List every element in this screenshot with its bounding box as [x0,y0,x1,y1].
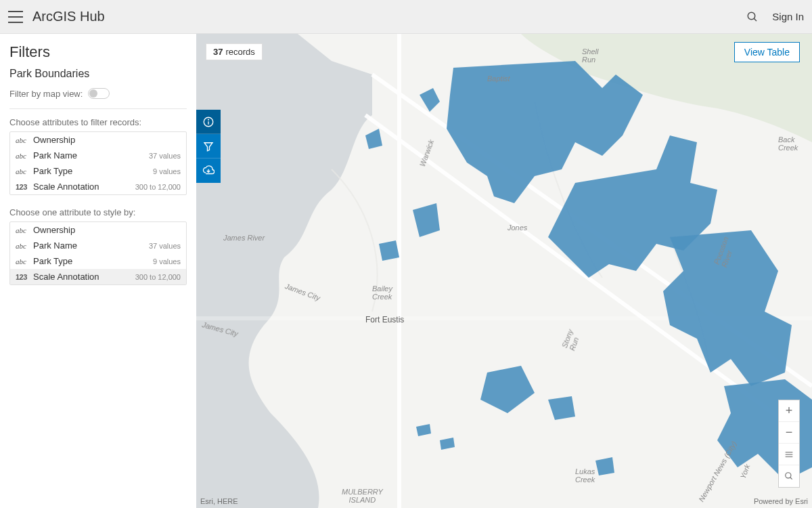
layer-heading: Park Boundaries [9,68,187,80]
attr-name: Park Name [33,240,149,251]
filter-attr-ownership[interactable]: abc Ownership [10,132,186,148]
attr-name: Park Name [33,150,149,161]
records-label: records [225,47,254,57]
records-badge: 37 records [206,43,263,60]
top-bar: ArcGIS Hub Sign In [0,0,812,34]
map-side-toolbar [196,110,221,183]
type-icon: abc [16,257,33,266]
type-icon: 123 [16,273,33,281]
layers-icon [784,449,794,460]
attr-meta: 300 to 12,000 [135,183,181,191]
svg-point-0 [748,12,756,20]
type-icon: 123 [16,183,33,191]
filter-section-label: Choose attributes to filter records: [9,117,187,127]
style-attr-parktype[interactable]: abc Park Type 9 values [10,253,186,269]
type-icon: abc [16,242,33,250]
map-search-button[interactable] [779,465,799,487]
attr-meta: 300 to 12,000 [135,273,181,281]
mapview-label: Filter by map view: [9,89,83,99]
svg-point-9 [786,473,791,478]
attr-name: Scale Annotation [33,182,135,192]
divider [9,108,187,109]
brand-title: ArcGIS Hub [32,9,105,24]
attr-meta: 37 values [149,152,181,160]
attr-meta: 37 values [149,242,181,250]
map-area[interactable]: 37 records View Table + − [196,34,812,508]
style-attr-list: abc Ownership abc Park Name 37 values ab… [9,221,187,285]
filter-attr-list: abc Ownership abc Park Name 37 values ab… [9,131,187,195]
attr-meta: 9 values [153,167,181,175]
svg-point-5 [208,119,209,120]
info-button[interactable] [196,110,221,134]
attr-name: Park Type [33,256,153,266]
filter-button[interactable] [196,134,221,158]
attr-meta: 9 values [153,257,181,266]
svg-line-1 [754,18,757,21]
view-table-button[interactable]: View Table [734,42,800,62]
filter-attr-scale[interactable]: 123 Scale Annotation 300 to 12,000 [10,179,186,194]
attr-name: Scale Annotation [33,272,135,282]
records-count: 37 [213,47,223,57]
style-attr-ownership[interactable]: abc Ownership [10,222,186,238]
attr-name: Ownership [33,225,181,235]
zoom-in-button[interactable]: + [779,400,799,422]
type-icon: abc [16,226,33,234]
attribution-left: Esri, HERE [200,497,238,505]
sign-in-link[interactable]: Sign In [772,11,804,22]
type-icon: abc [16,136,33,144]
menu-icon[interactable] [8,11,23,23]
zoom-out-button[interactable]: − [779,422,799,444]
info-icon [202,116,215,128]
filters-heading: Filters [9,43,187,61]
filter-attr-parkname[interactable]: abc Park Name 37 values [10,148,186,163]
attribution-right: Powered by Esri [754,497,808,505]
style-attr-scale[interactable]: 123 Scale Annotation 300 to 12,000 [10,269,186,284]
svg-line-10 [790,478,792,480]
map-controls: + − [778,400,800,488]
filter-attr-parktype[interactable]: abc Park Type 9 values [10,163,186,179]
search-icon [784,471,794,481]
download-button[interactable] [196,158,221,183]
type-icon: abc [16,152,33,160]
top-bar-left: ArcGIS Hub [8,9,105,24]
type-icon: abc [16,167,33,175]
style-attr-parkname[interactable]: abc Park Name 37 values [10,238,186,253]
style-section-label: Choose one attribute to style by: [9,207,187,217]
top-bar-right: Sign In [746,11,804,23]
mapview-toggle[interactable] [88,88,110,99]
basemap-button[interactable] [779,444,799,465]
download-icon [202,165,215,177]
filters-sidebar: Filters Park Boundaries Filter by map vi… [0,34,196,508]
map-canvas[interactable] [196,34,812,508]
attr-name: Park Type [33,166,153,176]
attr-name: Ownership [33,135,181,145]
search-icon[interactable] [746,11,759,23]
main-content: Filters Park Boundaries Filter by map vi… [0,34,812,508]
mapview-filter-row: Filter by map view: [9,88,187,99]
filter-icon [202,140,215,152]
